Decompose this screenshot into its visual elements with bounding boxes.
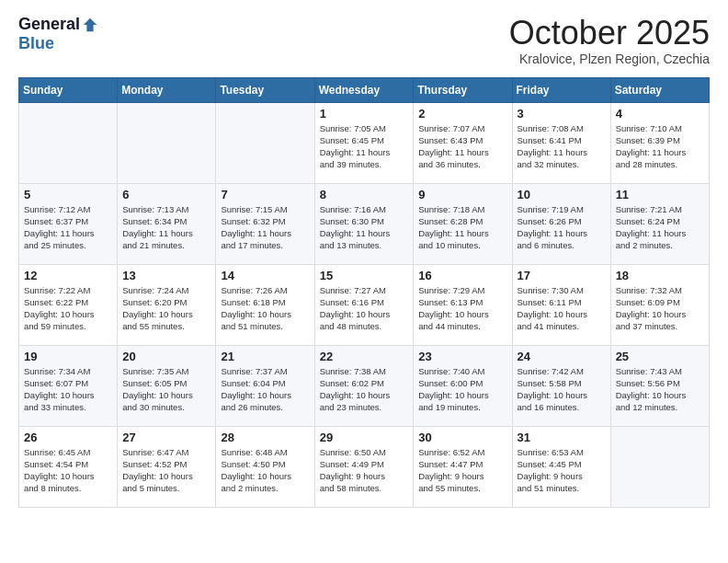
day-info: Sunrise: 7:37 AM Sunset: 6:04 PM Dayligh… bbox=[221, 365, 309, 414]
day-number: 13 bbox=[122, 269, 210, 282]
svg-marker-0 bbox=[84, 17, 97, 30]
day-number: 8 bbox=[320, 188, 409, 201]
day-info: Sunrise: 7:32 AM Sunset: 6:09 PM Dayligh… bbox=[616, 284, 704, 333]
weekday-header-saturday: Saturday bbox=[610, 77, 709, 102]
calendar-cell: 29Sunrise: 6:50 AM Sunset: 4:49 PM Dayli… bbox=[314, 426, 414, 507]
calendar-cell: 7Sunrise: 7:15 AM Sunset: 6:32 PM Daylig… bbox=[216, 183, 314, 264]
calendar-cell: 16Sunrise: 7:29 AM Sunset: 6:13 PM Dayli… bbox=[414, 264, 512, 345]
day-number: 20 bbox=[122, 350, 210, 363]
day-info: Sunrise: 7:26 AM Sunset: 6:18 PM Dayligh… bbox=[221, 284, 309, 333]
calendar-cell: 28Sunrise: 6:48 AM Sunset: 4:50 PM Dayli… bbox=[216, 426, 314, 507]
calendar-cell: 8Sunrise: 7:16 AM Sunset: 6:30 PM Daylig… bbox=[314, 183, 414, 264]
day-number: 31 bbox=[518, 431, 606, 444]
calendar-cell: 25Sunrise: 7:43 AM Sunset: 5:56 PM Dayli… bbox=[610, 345, 709, 426]
day-number: 4 bbox=[616, 107, 704, 121]
weekday-header-friday: Friday bbox=[512, 77, 610, 102]
day-info: Sunrise: 6:47 AM Sunset: 4:52 PM Dayligh… bbox=[122, 446, 210, 495]
calendar-cell: 26Sunrise: 6:45 AM Sunset: 4:54 PM Dayli… bbox=[19, 426, 118, 507]
calendar-cell: 2Sunrise: 7:07 AM Sunset: 6:43 PM Daylig… bbox=[414, 102, 512, 183]
calendar-cell: 1Sunrise: 7:05 AM Sunset: 6:45 PM Daylig… bbox=[314, 102, 414, 183]
weekday-header-monday: Monday bbox=[118, 77, 216, 102]
day-number: 11 bbox=[616, 188, 704, 201]
day-number: 21 bbox=[221, 350, 309, 363]
calendar-cell bbox=[19, 102, 118, 183]
day-number: 27 bbox=[122, 431, 210, 444]
day-number: 12 bbox=[24, 269, 112, 282]
day-info: Sunrise: 7:21 AM Sunset: 6:24 PM Dayligh… bbox=[616, 203, 704, 252]
day-info: Sunrise: 7:35 AM Sunset: 6:05 PM Dayligh… bbox=[122, 365, 210, 414]
calendar-cell: 9Sunrise: 7:18 AM Sunset: 6:28 PM Daylig… bbox=[414, 183, 512, 264]
page: General Blue October 2025 Kralovice, Plz… bbox=[0, 0, 728, 526]
calendar-cell bbox=[216, 102, 314, 183]
day-number: 18 bbox=[616, 269, 704, 282]
day-number: 17 bbox=[518, 269, 606, 282]
day-info: Sunrise: 6:48 AM Sunset: 4:50 PM Dayligh… bbox=[221, 446, 309, 495]
calendar-cell: 20Sunrise: 7:35 AM Sunset: 6:05 PM Dayli… bbox=[118, 345, 216, 426]
calendar-cell: 6Sunrise: 7:13 AM Sunset: 6:34 PM Daylig… bbox=[118, 183, 216, 264]
calendar-cell: 17Sunrise: 7:30 AM Sunset: 6:11 PM Dayli… bbox=[512, 264, 610, 345]
header: General Blue October 2025 Kralovice, Plz… bbox=[18, 15, 710, 66]
day-info: Sunrise: 7:30 AM Sunset: 6:11 PM Dayligh… bbox=[518, 284, 606, 333]
week-row-2: 5Sunrise: 7:12 AM Sunset: 6:37 PM Daylig… bbox=[19, 183, 710, 264]
logo-general: General bbox=[18, 15, 80, 34]
day-info: Sunrise: 7:29 AM Sunset: 6:13 PM Dayligh… bbox=[418, 284, 506, 333]
logo: General Blue bbox=[18, 15, 98, 53]
calendar-cell: 23Sunrise: 7:40 AM Sunset: 6:00 PM Dayli… bbox=[414, 345, 512, 426]
day-number: 2 bbox=[418, 107, 506, 121]
month-title: October 2025 bbox=[509, 15, 710, 52]
day-number: 14 bbox=[221, 269, 309, 282]
day-info: Sunrise: 7:19 AM Sunset: 6:26 PM Dayligh… bbox=[518, 203, 606, 252]
calendar-cell: 11Sunrise: 7:21 AM Sunset: 6:24 PM Dayli… bbox=[610, 183, 709, 264]
calendar-cell bbox=[118, 102, 216, 183]
day-info: Sunrise: 7:08 AM Sunset: 6:41 PM Dayligh… bbox=[518, 122, 606, 171]
weekday-header-sunday: Sunday bbox=[19, 77, 118, 102]
day-number: 23 bbox=[418, 350, 506, 363]
day-info: Sunrise: 7:07 AM Sunset: 6:43 PM Dayligh… bbox=[418, 122, 506, 171]
day-number: 3 bbox=[518, 107, 606, 121]
calendar-cell: 19Sunrise: 7:34 AM Sunset: 6:07 PM Dayli… bbox=[19, 345, 118, 426]
week-row-1: 1Sunrise: 7:05 AM Sunset: 6:45 PM Daylig… bbox=[19, 102, 710, 183]
week-row-5: 26Sunrise: 6:45 AM Sunset: 4:54 PM Dayli… bbox=[19, 426, 710, 507]
day-number: 9 bbox=[418, 188, 506, 201]
day-number: 19 bbox=[24, 350, 112, 363]
calendar-cell: 22Sunrise: 7:38 AM Sunset: 6:02 PM Dayli… bbox=[314, 345, 414, 426]
day-info: Sunrise: 7:24 AM Sunset: 6:20 PM Dayligh… bbox=[122, 284, 210, 333]
day-number: 15 bbox=[320, 269, 409, 282]
calendar-cell: 31Sunrise: 6:53 AM Sunset: 4:45 PM Dayli… bbox=[512, 426, 610, 507]
day-number: 1 bbox=[320, 107, 409, 121]
calendar-cell: 21Sunrise: 7:37 AM Sunset: 6:04 PM Dayli… bbox=[216, 345, 314, 426]
day-number: 16 bbox=[418, 269, 506, 282]
day-info: Sunrise: 7:12 AM Sunset: 6:37 PM Dayligh… bbox=[24, 203, 112, 252]
calendar-cell: 14Sunrise: 7:26 AM Sunset: 6:18 PM Dayli… bbox=[216, 264, 314, 345]
day-number: 10 bbox=[518, 188, 606, 201]
day-info: Sunrise: 6:45 AM Sunset: 4:54 PM Dayligh… bbox=[24, 446, 112, 495]
day-info: Sunrise: 6:50 AM Sunset: 4:49 PM Dayligh… bbox=[320, 446, 409, 495]
day-info: Sunrise: 7:40 AM Sunset: 6:00 PM Dayligh… bbox=[418, 365, 506, 414]
day-number: 5 bbox=[24, 188, 112, 201]
calendar-cell: 4Sunrise: 7:10 AM Sunset: 6:39 PM Daylig… bbox=[610, 102, 709, 183]
day-number: 26 bbox=[24, 431, 112, 444]
day-number: 30 bbox=[418, 431, 506, 444]
day-info: Sunrise: 7:13 AM Sunset: 6:34 PM Dayligh… bbox=[122, 203, 210, 252]
calendar-cell: 10Sunrise: 7:19 AM Sunset: 6:26 PM Dayli… bbox=[512, 183, 610, 264]
day-info: Sunrise: 7:18 AM Sunset: 6:28 PM Dayligh… bbox=[418, 203, 506, 252]
day-info: Sunrise: 6:52 AM Sunset: 4:47 PM Dayligh… bbox=[418, 446, 506, 495]
day-info: Sunrise: 7:15 AM Sunset: 6:32 PM Dayligh… bbox=[221, 203, 309, 252]
day-number: 24 bbox=[518, 350, 606, 363]
day-number: 7 bbox=[221, 188, 309, 201]
week-row-4: 19Sunrise: 7:34 AM Sunset: 6:07 PM Dayli… bbox=[19, 345, 710, 426]
logo-icon bbox=[82, 17, 98, 33]
day-info: Sunrise: 7:27 AM Sunset: 6:16 PM Dayligh… bbox=[320, 284, 409, 333]
day-info: Sunrise: 7:05 AM Sunset: 6:45 PM Dayligh… bbox=[320, 122, 409, 171]
day-info: Sunrise: 7:38 AM Sunset: 6:02 PM Dayligh… bbox=[320, 365, 409, 414]
title-area: October 2025 Kralovice, Plzen Region, Cz… bbox=[509, 15, 710, 66]
weekday-header-wednesday: Wednesday bbox=[314, 77, 414, 102]
calendar-cell: 18Sunrise: 7:32 AM Sunset: 6:09 PM Dayli… bbox=[610, 264, 709, 345]
calendar-cell: 27Sunrise: 6:47 AM Sunset: 4:52 PM Dayli… bbox=[118, 426, 216, 507]
day-info: Sunrise: 7:10 AM Sunset: 6:39 PM Dayligh… bbox=[616, 122, 704, 171]
calendar-cell: 12Sunrise: 7:22 AM Sunset: 6:22 PM Dayli… bbox=[19, 264, 118, 345]
day-info: Sunrise: 6:53 AM Sunset: 4:45 PM Dayligh… bbox=[518, 446, 606, 495]
day-number: 28 bbox=[221, 431, 309, 444]
calendar: SundayMondayTuesdayWednesdayThursdayFrid… bbox=[18, 77, 710, 508]
location: Kralovice, Plzen Region, Czechia bbox=[509, 52, 710, 66]
